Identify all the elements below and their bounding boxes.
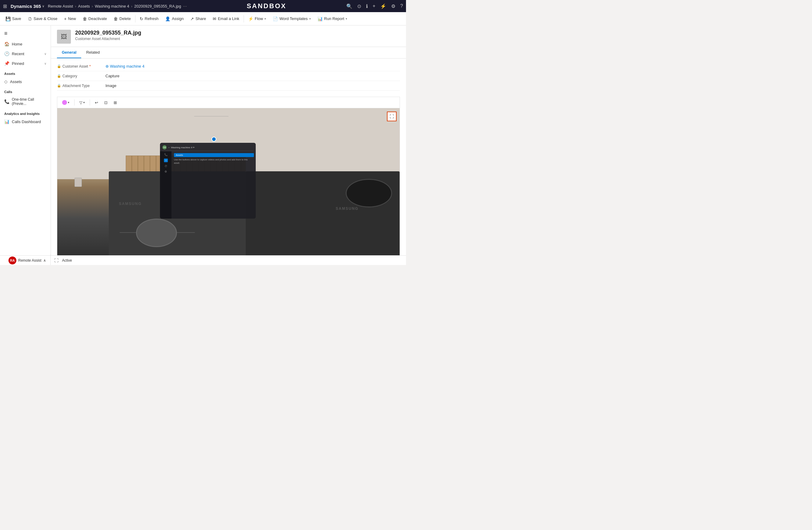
email-link-label: Email a Link — [218, 16, 240, 21]
assign-icon: 👤 — [165, 16, 170, 21]
target-icon[interactable]: ⊙ — [357, 3, 361, 9]
deactivate-label: Deactivate — [88, 16, 107, 21]
dynamics-logo[interactable]: Dynamics 365 ∨ — [11, 4, 44, 9]
new-label: New — [68, 16, 76, 21]
category-value: Capture — [105, 74, 400, 78]
delete-icon: 🗑 — [114, 16, 118, 21]
hamburger-icon[interactable]: ≡ — [0, 28, 50, 39]
sidebar-item-pinned[interactable]: 📌 Pinned ∨ — [0, 58, 50, 68]
new-button[interactable]: + New — [61, 15, 79, 23]
crop-icon: ⊡ — [104, 100, 107, 105]
attachment-type-label: 🔒 Attachment Type — [57, 84, 105, 88]
tab-related[interactable]: Related — [81, 47, 104, 58]
analytics-section-title: Analytics and Insights — [0, 108, 50, 117]
sidebar-recent-label: Recent — [12, 52, 24, 56]
crop-button[interactable]: ⊡ — [102, 99, 110, 106]
cmd-separator-1 — [135, 15, 135, 23]
save-close-button[interactable]: 🗋 Save & Close — [25, 15, 61, 23]
breadcrumb-sep-3: › — [131, 4, 132, 9]
app-grid-icon[interactable]: ⊞ — [3, 3, 7, 9]
undo-button[interactable]: ↩ — [93, 99, 100, 106]
breadcrumb-ellipsis[interactable]: ⋯ — [183, 4, 187, 9]
overlay-avatar-text: AM — [163, 147, 166, 148]
samsung-label-right: SAMSUNG — [336, 207, 359, 211]
nav-icons: 🔍 ⊙ ℹ + ⚡ ⚙ ? — [346, 3, 403, 9]
breadcrumb-module[interactable]: Remote Assist — [48, 4, 73, 9]
assign-button[interactable]: 👤 Assign — [162, 15, 187, 23]
pinned-icon: 📌 — [4, 61, 10, 66]
content-area: 🖼 20200929_095355_RA.jpg Customer Asset … — [51, 26, 406, 255]
arrow-caret-icon: ▾ — [83, 101, 85, 104]
sidebar-item-one-time-call[interactable]: 📞 One-time Call (Previe... — [0, 95, 50, 108]
delete-button[interactable]: 🗑 Delete — [111, 15, 134, 23]
breadcrumb-file[interactable]: 20200929_095355_RA.jpg — [134, 4, 181, 9]
command-bar: 💾 Save 🗋 Save & Close + New 🗑 Deactivate… — [0, 12, 406, 26]
avatar-icon: 🖼 — [61, 33, 67, 40]
tab-general[interactable]: General — [57, 47, 81, 58]
run-report-label: Run Report — [324, 16, 344, 21]
help-icon[interactable]: ? — [400, 3, 403, 9]
expand-button[interactable]: ⛶ — [387, 112, 396, 121]
sidebar-assets-label: Assets — [10, 80, 22, 84]
sidebar-home-label: Home — [12, 42, 23, 46]
record-title-group: 20200929_095355_RA.jpg Customer Asset At… — [75, 30, 141, 41]
deactivate-icon: 🗑 — [83, 16, 87, 21]
customer-asset-label-text: Customer Asset — [62, 64, 88, 69]
customer-asset-label: 🔒 Customer Asset * — [57, 64, 105, 69]
color-picker-button[interactable]: ▾ — [60, 99, 71, 106]
app-name-status: Remote Assist — [18, 258, 42, 263]
add-icon[interactable]: + — [373, 3, 375, 9]
breadcrumb: Remote Assist › Assets › Washing machine… — [48, 4, 187, 9]
run-report-button[interactable]: 📊 Run Report ▾ — [315, 15, 350, 23]
record-title: 20200929_095355_RA.jpg — [75, 30, 141, 36]
arrow-icon: ▽ — [79, 100, 83, 105]
user-avatar: RA — [9, 256, 16, 264]
customer-asset-link-text[interactable]: Washing machine 4 — [110, 64, 145, 69]
status-chevron-icon[interactable]: ∧ — [43, 258, 46, 263]
recent-icon: 🕐 — [4, 51, 10, 56]
lock-icon-2: 🔒 — [57, 74, 61, 78]
email-link-button[interactable]: ✉ Email a Link — [210, 15, 242, 23]
image-display: SAMSUNG SAMSUNG AM ← Washing machine 4 ✏… — [57, 108, 400, 255]
undo-icon: ↩ — [95, 100, 98, 105]
record-header: 🖼 20200929_095355_RA.jpg Customer Asset … — [51, 26, 406, 47]
arrow-tool-button[interactable]: ▽ ▾ — [77, 99, 87, 106]
image-viewer: ▾ ▽ ▾ ↩ ⊡ ⊞ ⛶ — [57, 97, 400, 255]
sidebar-item-calls-dashboard[interactable]: 📊 Calls Dashboard — [0, 117, 50, 126]
refresh-button[interactable]: ↻ Refresh — [137, 15, 162, 23]
overlay-content-text: Use the buttons above to capture videos … — [174, 158, 254, 165]
flow-button[interactable]: ⚡ Flow ▾ — [245, 15, 269, 23]
main-layout: ≡ 🏠 Home 🕐 Recent ∨ 📌 Pinned ∨ Assets ◇ … — [0, 26, 406, 255]
deactivate-button[interactable]: 🗑 Deactivate — [80, 15, 110, 23]
field-row-customer-asset: 🔒 Customer Asset * ⊛ Washing machine 4 — [57, 61, 400, 71]
breadcrumb-machine[interactable]: Washing machine 4 — [95, 4, 129, 9]
word-templates-button[interactable]: 📄 Word Templates ▾ — [270, 15, 314, 23]
rotate-button[interactable]: ⊞ — [112, 99, 119, 106]
color-caret-icon: ▾ — [68, 101, 69, 104]
sidebar-item-assets[interactable]: ◇ Assets — [0, 77, 50, 86]
customer-asset-value[interactable]: ⊛ Washing machine 4 — [105, 64, 400, 69]
scene-outlet — [74, 178, 82, 187]
sidebar-pinned-label: Pinned — [12, 61, 24, 66]
breadcrumb-assets[interactable]: Assets — [78, 4, 90, 9]
flow-icon: ⚡ — [248, 16, 253, 21]
overlay-content: Assets Use the buttons above to capture … — [172, 151, 256, 219]
settings-icon[interactable]: ⚙ — [391, 3, 395, 9]
run-report-caret-icon: ▾ — [346, 17, 347, 20]
filter-icon[interactable]: ⚡ — [380, 3, 386, 9]
assets-section-title: Assets — [0, 68, 50, 77]
status-expand-icon[interactable]: ⛶ — [54, 258, 58, 263]
overlay-header-text: ← Washing machine 4 ✏ — [168, 146, 195, 149]
share-button[interactable]: ↗ Share — [187, 15, 209, 23]
info-icon[interactable]: ℹ — [366, 3, 368, 9]
sidebar-item-recent[interactable]: 🕐 Recent ∨ — [0, 49, 50, 58]
status-badge: Active — [62, 258, 72, 263]
app-chevron-icon[interactable]: ∨ — [42, 4, 44, 8]
sidebar-item-home[interactable]: 🏠 Home — [0, 39, 50, 49]
field-row-attachment-type: 🔒 Attachment Type Image — [57, 81, 400, 90]
save-button[interactable]: 💾 Save — [2, 15, 24, 23]
search-icon[interactable]: 🔍 — [346, 3, 352, 9]
overlay-call-icon: 📞 — [164, 153, 168, 156]
samsung-label-left: SAMSUNG — [119, 201, 142, 206]
customer-asset-link-icon: ⊛ — [105, 64, 109, 69]
